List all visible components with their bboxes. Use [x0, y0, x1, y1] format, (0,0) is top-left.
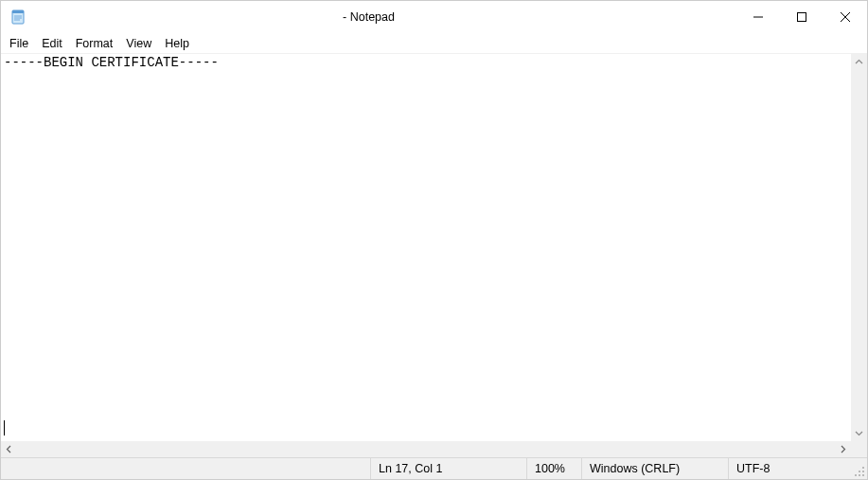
svg-point-13 [859, 474, 860, 476]
chevron-right-icon [839, 445, 847, 453]
svg-point-9 [862, 467, 864, 469]
svg-point-10 [859, 471, 860, 472]
titlebar[interactable]: - Notepad [1, 1, 867, 33]
menu-format[interactable]: Format [69, 36, 120, 51]
menubar: File Edit Format View Help [1, 33, 867, 53]
menu-help[interactable]: Help [158, 36, 196, 51]
status-zoom: 100% [526, 458, 581, 479]
horizontal-scrollbar[interactable] [1, 441, 867, 457]
status-spacer [1, 458, 370, 479]
svg-point-11 [862, 471, 864, 472]
svg-rect-6 [798, 13, 806, 22]
statusbar: Ln 17, Col 1 100% Windows (CRLF) UTF-8 [1, 457, 867, 479]
status-line-ending: Windows (CRLF) [581, 458, 728, 479]
app-icon [1, 9, 35, 25]
chevron-up-icon [855, 58, 863, 66]
editor-row: -----BEGIN CERTIFICATE----- [1, 53, 867, 441]
status-position: Ln 17, Col 1 [370, 458, 526, 479]
notepad-icon [10, 9, 26, 25]
window-controls [736, 1, 867, 33]
menu-view[interactable]: View [119, 36, 158, 51]
minimize-icon [753, 12, 763, 22]
scroll-down-button[interactable] [851, 425, 867, 441]
chevron-left-icon [5, 445, 13, 453]
status-encoding: UTF-8 [728, 458, 851, 479]
menu-file[interactable]: File [3, 36, 35, 51]
vertical-scrollbar[interactable] [851, 54, 867, 441]
scroll-left-button[interactable] [1, 441, 17, 457]
close-button[interactable] [824, 1, 867, 33]
editor-content: -----BEGIN CERTIFICATE----- [4, 55, 219, 70]
svg-rect-1 [12, 10, 24, 13]
close-icon [841, 12, 850, 22]
scroll-right-button[interactable] [835, 441, 851, 457]
chevron-down-icon [855, 429, 863, 437]
maximize-icon [797, 12, 806, 22]
menu-edit[interactable]: Edit [35, 36, 69, 51]
window-title: - Notepad [35, 10, 736, 24]
resize-grip[interactable] [851, 458, 867, 479]
minimize-button[interactable] [736, 1, 780, 33]
scroll-up-button[interactable] [851, 54, 867, 70]
maximize-button[interactable] [780, 1, 824, 33]
text-editor[interactable]: -----BEGIN CERTIFICATE----- [1, 54, 851, 441]
text-caret [4, 420, 5, 436]
svg-point-12 [855, 474, 857, 476]
resize-grip-icon [854, 466, 865, 477]
svg-point-14 [862, 474, 864, 476]
scrollbar-corner [851, 441, 867, 457]
